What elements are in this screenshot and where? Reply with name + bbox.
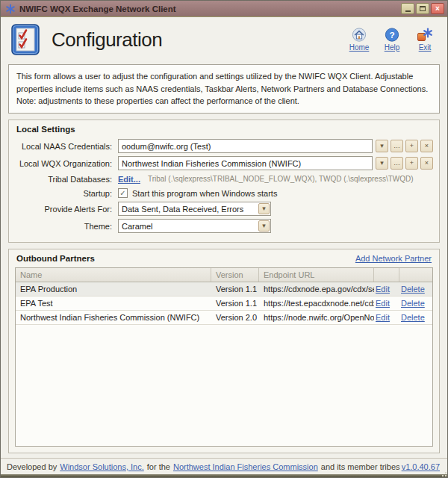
naas-remove-button[interactable]: × — [420, 140, 433, 152]
remove-icon: × — [425, 160, 429, 167]
column-header-delete — [399, 268, 432, 282]
app-window: NWIFC WQX Exchange Network Client × Conf… — [0, 0, 448, 478]
column-header-url[interactable]: Endpoint URL — [259, 268, 374, 282]
partner-name: EPA Test — [16, 297, 211, 310]
partner-endpoint-url: https://cdxnode.epa.gov/cdx/services/Net… — [259, 282, 374, 296]
tribal-databases-row: Tribal Databases: Edit... Tribal (.\sqle… — [15, 173, 433, 185]
close-button[interactable]: × — [431, 3, 444, 14]
naas-credentials-label: Local NAAS Credentials: — [15, 142, 118, 151]
ellipsis-icon: … — [393, 143, 400, 149]
partner-endpoint-url: https://node.nwifc.org/OpenNode2/Endpoin… — [259, 311, 374, 324]
wqx-dropdown-button[interactable]: ▾ — [376, 157, 388, 170]
maximize-button[interactable] — [416, 3, 429, 14]
chevron-down-icon: ▾ — [380, 143, 384, 149]
alerts-label: Provide Alerts For: — [15, 205, 118, 214]
chevron-down-icon: ▾ — [380, 160, 384, 167]
partner-endpoint-url: https://test.epacdxnode.net/cdx/services… — [259, 297, 374, 310]
naas-dropdown-button[interactable]: ▾ — [376, 140, 388, 152]
table-row[interactable]: EPA Test Version 1.1 https://test.epacdx… — [16, 297, 432, 311]
delete-partner-link[interactable]: Delete — [401, 313, 425, 322]
titlebar[interactable]: NWIFC WQX Exchange Network Client × — [1, 1, 447, 17]
wqx-remove-button[interactable]: × — [420, 157, 433, 170]
column-header-version[interactable]: Version — [211, 268, 259, 282]
wqx-organization-label: Local WQX Organization: — [15, 159, 118, 168]
help-button[interactable]: ? Help — [380, 28, 404, 52]
edit-partner-link[interactable]: Edit — [376, 313, 390, 322]
theme-label: Theme: — [15, 222, 118, 231]
header-nav: Home ? Help — [347, 28, 438, 52]
nwifc-link[interactable]: Northwest Indian Fisheries Commission — [173, 462, 318, 471]
maximize-icon — [420, 6, 426, 11]
startup-label: Startup: — [15, 189, 118, 198]
theme-select[interactable]: Caramel ▾ — [118, 219, 271, 233]
delete-partner-link[interactable]: Delete — [401, 299, 425, 308]
partner-version: Version 1.1 — [211, 282, 259, 296]
wqx-browse-button[interactable]: … — [391, 157, 403, 170]
minimize-button[interactable] — [401, 3, 414, 14]
page-title: Configuration — [52, 28, 162, 52]
wqx-organization-input[interactable]: Northwest Indian Fisheries Commission (N… — [118, 156, 373, 170]
column-header-name[interactable]: Name — [16, 268, 211, 282]
page-header: Configuration Home ? Help — [1, 17, 447, 60]
partner-version: Version 2.0 — [211, 311, 259, 324]
tribal-databases-info: Tribal (.\sqlexpress\TRIBAL_NODE_FLOW_WQ… — [148, 175, 414, 183]
app-icon — [5, 4, 16, 14]
naas-browse-button[interactable]: … — [391, 140, 403, 152]
table-row[interactable]: Northwest Indian Fisheries Commission (N… — [16, 311, 432, 325]
partner-name: EPA Production — [16, 282, 211, 296]
local-settings-title: Local Settings — [15, 123, 433, 137]
partners-table-header: Name Version Endpoint URL — [16, 268, 432, 282]
configuration-checklist-icon — [11, 24, 40, 55]
alerts-select[interactable]: Data Sent, Data Received, Errors ▾ — [118, 202, 271, 216]
exit-button[interactable]: Exit — [413, 28, 437, 52]
plus-icon: + — [410, 160, 414, 167]
delete-partner-link[interactable]: Delete — [401, 285, 425, 294]
startup-checkbox[interactable]: ✓ — [118, 188, 128, 198]
wqx-organization-row: Local WQX Organization: Northwest Indian… — [15, 156, 433, 171]
outbound-partners-title: Outbound Partners — [16, 254, 95, 263]
help-icon: ? — [384, 28, 400, 43]
window-bottom-border — [1, 474, 447, 477]
partner-name: Northwest Indian Fisheries Commission (N… — [16, 311, 211, 324]
remove-icon: × — [425, 143, 429, 149]
startup-checkbox-label[interactable]: Start this program when Windows starts — [132, 189, 277, 198]
help-label: Help — [385, 43, 400, 52]
version-link[interactable]: v1.0.40.67 — [402, 462, 440, 471]
naas-credentials-input[interactable]: oodum@nwifc.org (Test) — [118, 139, 373, 153]
description-text: This form allows a user to adjust the co… — [16, 72, 428, 105]
local-settings-group: Local Settings Local NAAS Credentials: o… — [8, 120, 440, 243]
home-label: Home — [349, 43, 370, 52]
home-button[interactable]: Home — [347, 28, 371, 52]
footer-text-suffix: and its member tribes — [321, 462, 400, 471]
footer: Developed by Windsor Solutions, Inc. for… — [1, 458, 447, 474]
naas-credentials-row: Local NAAS Credentials: oodum@nwifc.org … — [15, 139, 433, 154]
home-icon — [351, 28, 367, 43]
check-icon: ✓ — [119, 189, 125, 197]
table-row[interactable]: EPA Production Version 1.1 https://cdxno… — [16, 282, 432, 297]
tribal-databases-label: Tribal Databases: — [15, 175, 118, 184]
exit-icon — [417, 28, 433, 43]
partner-version: Version 1.1 — [211, 297, 259, 310]
minimize-icon — [405, 10, 411, 12]
exit-label: Exit — [419, 43, 432, 52]
startup-row: Startup: ✓ Start this program when Windo… — [15, 187, 433, 199]
close-icon: × — [435, 5, 440, 13]
naas-add-button[interactable]: + — [405, 140, 418, 152]
footer-text-prefix: Developed by — [7, 462, 57, 471]
ellipsis-icon: … — [393, 160, 400, 167]
chevron-down-icon[interactable]: ▾ — [258, 203, 270, 214]
wqx-add-button[interactable]: + — [405, 157, 418, 170]
edit-partner-link[interactable]: Edit — [376, 285, 390, 294]
outbound-partners-group: Outbound Partners Add Network Partner Na… — [8, 249, 440, 454]
description-panel: This form allows a user to adjust the co… — [8, 64, 440, 114]
resize-grip[interactable] — [439, 469, 447, 477]
tribal-databases-edit-link[interactable]: Edit... — [118, 175, 140, 184]
window-title: NWIFC WQX Exchange Network Client — [19, 4, 399, 13]
plus-icon: + — [410, 143, 414, 149]
theme-row: Theme: Caramel ▾ — [15, 219, 433, 234]
svg-text:?: ? — [389, 30, 394, 40]
add-network-partner-link[interactable]: Add Network Partner — [355, 254, 432, 263]
edit-partner-link[interactable]: Edit — [376, 299, 390, 308]
windsor-solutions-link[interactable]: Windsor Solutions, Inc. — [60, 462, 144, 471]
chevron-down-icon[interactable]: ▾ — [258, 220, 270, 232]
